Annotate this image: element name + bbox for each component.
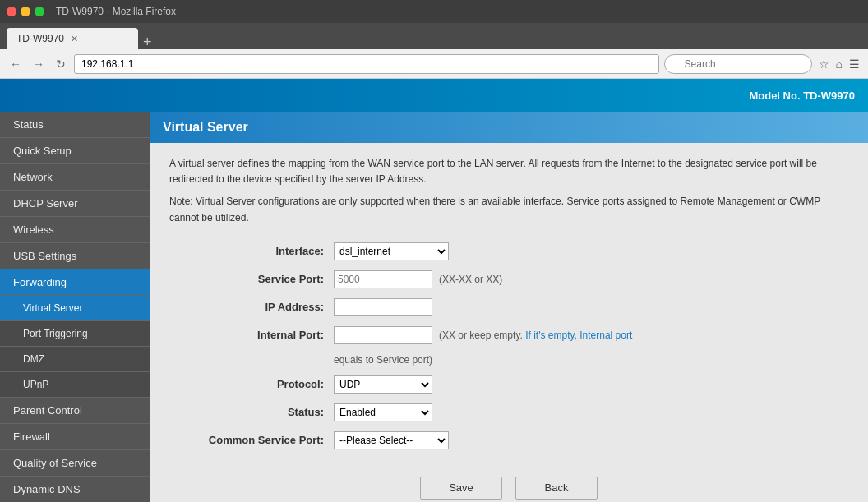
browser-titlebar: TD-W9970 - Mozilla Firefox bbox=[0, 0, 868, 23]
common-service-port-row: Common Service Port: --Please Select-- bbox=[169, 431, 848, 449]
sidebar-item-status[interactable]: Status bbox=[0, 112, 150, 138]
description-text: A virtual server defines the mapping fro… bbox=[169, 156, 848, 187]
button-row: Save Back bbox=[169, 477, 848, 500]
internal-port-hint-row: equals to Service port) bbox=[169, 354, 848, 366]
model-number: Model No. TD-W9970 bbox=[749, 90, 855, 102]
interface-label: Interface: bbox=[169, 245, 334, 257]
sidebar-item-quick-setup[interactable]: Quick Setup bbox=[0, 138, 150, 164]
home-icon[interactable]: ⌂ bbox=[834, 56, 844, 72]
ip-address-input[interactable] bbox=[334, 298, 432, 316]
service-port-hint: (XX-XX or XX) bbox=[439, 274, 502, 285]
sidebar-item-forwarding[interactable]: Forwarding bbox=[0, 269, 150, 296]
ip-address-row: IP Address: bbox=[169, 298, 848, 316]
search-input[interactable] bbox=[664, 54, 812, 74]
internal-port-hint-plain: (XX or keep empty. bbox=[439, 329, 525, 341]
ip-address-label: IP Address: bbox=[169, 301, 334, 313]
back-button[interactable]: Back bbox=[515, 477, 598, 500]
back-nav-button[interactable]: ← bbox=[7, 56, 25, 72]
forward-nav-button[interactable]: → bbox=[30, 56, 48, 72]
interface-row: Interface: dsl_internet bbox=[169, 242, 848, 260]
traffic-lights bbox=[7, 7, 44, 16]
page-title: Virtual Server bbox=[163, 120, 248, 134]
sidebar: Status Quick Setup Network DHCP Server W… bbox=[0, 112, 150, 502]
sidebar-item-virtual-server[interactable]: Virtual Server bbox=[0, 296, 150, 321]
sidebar-item-dynamic-dns[interactable]: Dynamic DNS bbox=[0, 477, 150, 502]
sidebar-item-dhcp-server[interactable]: DHCP Server bbox=[0, 191, 150, 217]
protocol-label: Protocol: bbox=[169, 378, 334, 390]
router-body: Status Quick Setup Network DHCP Server W… bbox=[0, 112, 868, 502]
tab-close-button[interactable]: ✕ bbox=[71, 34, 78, 44]
router-header: Model No. TD-W9970 bbox=[0, 79, 868, 112]
window-title: TD-W9970 - Mozilla Firefox bbox=[56, 6, 176, 17]
status-label: Status: bbox=[169, 406, 334, 418]
main-content: Virtual Server A virtual server defines … bbox=[150, 112, 868, 502]
address-bar[interactable] bbox=[74, 54, 659, 74]
sidebar-item-qos[interactable]: Quality of Service bbox=[0, 450, 150, 477]
internal-port-label: Internal Port: bbox=[169, 329, 334, 341]
internal-port-hint2: equals to Service port) bbox=[334, 354, 432, 366]
protocol-row: Protocol: UDP TCP ALL bbox=[169, 375, 848, 394]
minimize-button[interactable] bbox=[21, 7, 30, 16]
internal-port-hint-blue: If it's empty, Internal port bbox=[525, 329, 632, 341]
nav-icons: ☆ ⌂ ☰ bbox=[817, 56, 861, 72]
sidebar-item-dmz[interactable]: DMZ bbox=[0, 347, 150, 372]
maximize-button[interactable] bbox=[35, 7, 44, 16]
note-text: Note: Virtual Server configurations are … bbox=[169, 194, 848, 225]
new-tab-button[interactable]: + bbox=[143, 35, 152, 49]
status-select[interactable]: Enabled Disabled bbox=[334, 403, 432, 421]
internal-port-input[interactable] bbox=[334, 326, 432, 344]
sidebar-item-usb-settings[interactable]: USB Settings bbox=[0, 243, 150, 269]
content-area: A virtual server defines the mapping fro… bbox=[150, 143, 868, 502]
internal-port-row: Internal Port: (XX or keep empty. If it'… bbox=[169, 326, 848, 344]
sidebar-item-wireless[interactable]: Wireless bbox=[0, 217, 150, 243]
status-row: Status: Enabled Disabled bbox=[169, 403, 848, 421]
tab-label: TD-W9970 bbox=[16, 33, 64, 44]
protocol-select[interactable]: UDP TCP ALL bbox=[334, 375, 432, 394]
common-service-port-label: Common Service Port: bbox=[169, 434, 334, 446]
browser-tabbar: TD-W9970 ✕ + bbox=[0, 23, 868, 49]
bookmark-icon[interactable]: ☆ bbox=[817, 56, 831, 72]
close-button[interactable] bbox=[7, 7, 16, 16]
sidebar-item-firewall[interactable]: Firewall bbox=[0, 424, 150, 450]
browser-tab[interactable]: TD-W9970 ✕ bbox=[7, 28, 138, 49]
service-port-row: Service Port: (XX-XX or XX) bbox=[169, 270, 848, 288]
menu-icon[interactable]: ☰ bbox=[847, 56, 861, 72]
sidebar-item-parent-control[interactable]: Parent Control bbox=[0, 398, 150, 424]
search-wrapper: 🔍 bbox=[664, 54, 812, 74]
service-port-label: Service Port: bbox=[169, 273, 334, 285]
save-button[interactable]: Save bbox=[420, 477, 502, 500]
sidebar-item-upnp[interactable]: UPnP bbox=[0, 372, 150, 398]
form-divider bbox=[169, 463, 848, 463]
form-section: Interface: dsl_internet Service Port: (X… bbox=[169, 242, 848, 449]
interface-select[interactable]: dsl_internet bbox=[334, 242, 449, 260]
sidebar-item-port-triggering[interactable]: Port Triggering bbox=[0, 321, 150, 347]
browser-navbar: ← → ↻ 🔍 ☆ ⌂ ☰ bbox=[0, 49, 868, 79]
common-service-port-select[interactable]: --Please Select-- bbox=[334, 431, 449, 449]
reload-button[interactable]: ↻ bbox=[53, 56, 69, 72]
service-port-input[interactable] bbox=[334, 270, 432, 288]
page-header: Virtual Server bbox=[150, 112, 868, 143]
sidebar-item-network[interactable]: Network bbox=[0, 164, 150, 191]
